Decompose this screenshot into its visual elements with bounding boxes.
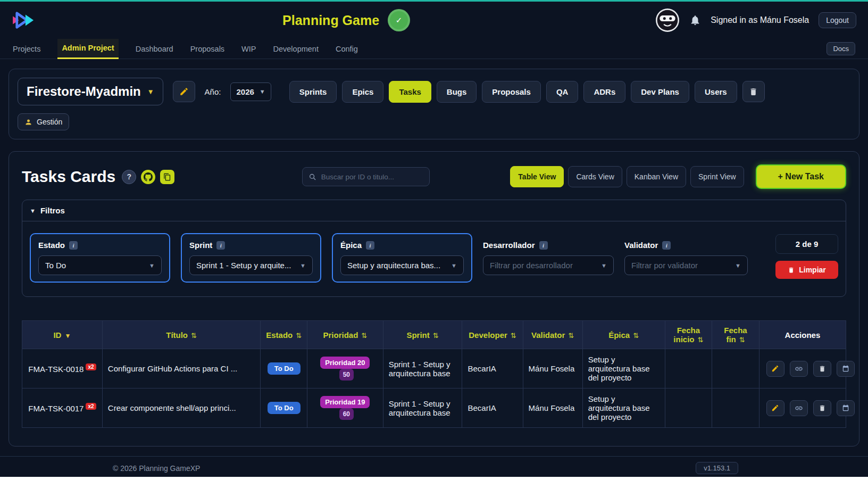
epica-select-value: Setup y arquitectura bas... (347, 261, 440, 270)
calendar-task-button[interactable] (837, 361, 855, 377)
person-icon (24, 118, 32, 126)
cards-view-button[interactable]: Cards View (568, 166, 622, 187)
sort-desc-icon: ▼ (64, 332, 71, 340)
task-epica-cell: Setup y arquitectura base del proyecto (582, 388, 665, 428)
project-selector[interactable]: Firestore-Myadmin ▼ (18, 78, 163, 105)
link-task-button[interactable] (790, 400, 808, 416)
desarrollador-select[interactable]: Filtrar por desarrollador ▼ (483, 255, 614, 275)
section-users-button[interactable]: Users (695, 81, 737, 103)
filter-estado-label-text: Estado (38, 241, 65, 250)
header-right: Signed in as Mánu Fosela Logout (655, 8, 856, 32)
task-estado-cell: To Do (261, 388, 307, 428)
main-nav: Projects Admin Project Dashboard Proposa… (0, 39, 868, 59)
nav-tab-config[interactable]: Config (336, 39, 358, 59)
epica-select[interactable]: Setup y arquitectura bas... ▼ (340, 255, 464, 275)
col-header-sprint[interactable]: Sprint⇅ (383, 321, 462, 349)
task-fecha-inicio-cell (665, 388, 712, 428)
priority-badge: Prioridad 19 (320, 396, 370, 408)
sprint-select[interactable]: Sprint 1 - Setup y arquite... ▼ (189, 255, 313, 275)
delete-project-button[interactable] (742, 81, 765, 102)
nav-tab-wip[interactable]: WIP (241, 39, 256, 59)
results-count-badge: 2 de 9 (775, 234, 838, 254)
col-header-id[interactable]: ID▼ (22, 321, 103, 349)
section-dev-plans-button[interactable]: Dev Plans (631, 81, 689, 103)
app-header: Planning Game ✓ Signed in as Mánu Fosela… (0, 2, 868, 39)
section-bugs-button[interactable]: Bugs (437, 81, 477, 103)
delete-task-button[interactable] (813, 361, 831, 377)
sort-icon: ⇅ (361, 332, 367, 340)
task-estado-cell: To Do (261, 349, 307, 388)
sprint-view-button[interactable]: Sprint View (690, 166, 744, 187)
copy-doc-icon[interactable] (160, 170, 174, 184)
chevron-down-icon: ▼ (30, 208, 36, 214)
info-icon[interactable]: i (662, 241, 671, 250)
status-badge: To Do (268, 362, 301, 375)
clear-filters-label: Limpiar (799, 266, 826, 274)
filter-validator: Validator i Filtrar por validator ▼ (624, 233, 748, 275)
section-adrs-button[interactable]: ADRs (583, 81, 625, 103)
col-header-estado[interactable]: Estado⇅ (261, 321, 307, 349)
calendar-task-button[interactable] (837, 400, 855, 416)
year-select[interactable]: 2026 ▼ (230, 82, 271, 101)
logout-button[interactable]: Logout (819, 12, 856, 28)
section-proposals-button[interactable]: Proposals (482, 81, 541, 103)
tasks-header: Tasks Cards ? Table View Cards V (9, 152, 859, 200)
project-name: Firestore-Myadmin (27, 84, 141, 99)
info-icon[interactable]: i (69, 241, 78, 250)
notifications-bell-icon[interactable] (689, 14, 701, 27)
col-header-developer[interactable]: Developer⇅ (462, 321, 523, 349)
kanban-view-button[interactable]: Kanban View (627, 166, 686, 187)
clear-filters-button[interactable]: Limpiar (775, 261, 838, 279)
col-header-fecha-inicio[interactable]: Fecha inicio⇅ (665, 321, 712, 349)
nav-tab-admin-project[interactable]: Admin Project (57, 39, 118, 59)
search-input[interactable] (321, 173, 423, 181)
project-controls-row: Firestore-Myadmin ▼ Año: 2026 ▼ Sprints … (18, 78, 850, 105)
info-icon[interactable]: i (216, 241, 225, 250)
link-icon (795, 365, 803, 373)
filters-toggle[interactable]: ▼ Filtros (22, 200, 846, 221)
github-icon[interactable] (141, 170, 155, 184)
chevron-down-icon: ▼ (260, 88, 265, 95)
version-badge: v1.153.1 (696, 462, 738, 474)
section-epics-button[interactable]: Epics (342, 81, 383, 103)
gestion-button[interactable]: Gestión (18, 113, 69, 130)
table-row: FMA-TSK-0018x2 Configurar GitHub Actions… (22, 349, 846, 388)
task-validator-cell: Mánu Fosela (523, 388, 582, 428)
section-tasks-button[interactable]: Tasks (389, 81, 431, 103)
col-header-epica[interactable]: Épica⇅ (582, 321, 665, 349)
edit-task-button[interactable] (766, 361, 784, 377)
col-header-titulo[interactable]: Título⇅ (102, 321, 261, 349)
section-qa-button[interactable]: QA (546, 81, 579, 103)
table-view-button[interactable]: Table View (510, 166, 564, 187)
task-epica-cell: Setup y arquitectura base del proyecto (582, 349, 665, 388)
filter-desarrollador-label: Desarrollador i (483, 241, 614, 250)
col-header-fecha-fin[interactable]: Fecha fin⇅ (712, 321, 760, 349)
info-icon[interactable]: i (539, 241, 548, 250)
filter-estado-label: Estado i (38, 241, 162, 250)
delete-task-button[interactable] (813, 400, 831, 416)
nav-tab-dashboard[interactable]: Dashboard (136, 39, 173, 59)
user-avatar[interactable] (655, 8, 680, 32)
desarrollador-select-placeholder: Filtrar por desarrollador (490, 261, 573, 270)
link-task-button[interactable] (790, 361, 808, 377)
filters-panel: ▼ Filtros Estado i To Do ▼ Sprint i (22, 200, 846, 297)
nav-tab-projects[interactable]: Projects (13, 39, 40, 59)
chevron-down-icon: ▼ (300, 262, 306, 269)
col-header-prioridad[interactable]: Prioridad⇅ (307, 321, 383, 349)
col-header-validator[interactable]: Validator⇅ (523, 321, 582, 349)
docs-button[interactable]: Docs (827, 42, 855, 55)
estado-select[interactable]: To Do ▼ (38, 255, 162, 275)
filter-desarrollador-label-text: Desarrollador (483, 241, 535, 250)
task-sprint-cell: Sprint 1 - Setup y arquitectura base (383, 388, 462, 428)
app-logo-icon[interactable] (12, 10, 37, 30)
new-task-button[interactable]: + New Task (756, 164, 846, 189)
validator-select[interactable]: Filtrar por validator ▼ (624, 255, 748, 275)
help-icon[interactable]: ? (122, 170, 136, 184)
nav-tab-proposals[interactable]: Proposals (190, 39, 224, 59)
section-sprints-button[interactable]: Sprints (289, 81, 337, 103)
edit-project-button[interactable] (173, 81, 195, 102)
nav-tab-development[interactable]: Development (273, 39, 319, 59)
app-title-wrap: Planning Game ✓ (282, 9, 410, 31)
edit-task-button[interactable] (766, 400, 784, 416)
info-icon[interactable]: i (366, 241, 374, 250)
